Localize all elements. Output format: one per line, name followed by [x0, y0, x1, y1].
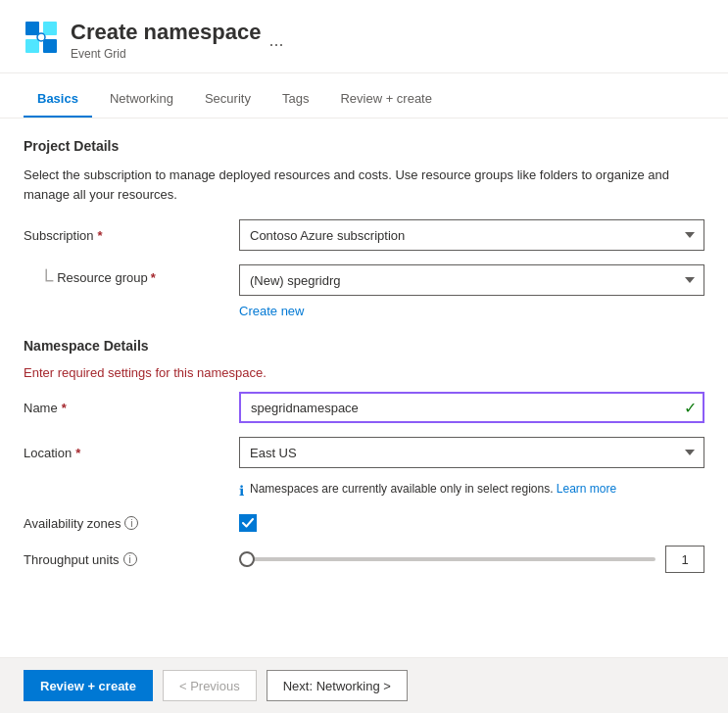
tab-review-create[interactable]: Review + create — [326, 81, 446, 118]
subscription-row: Subscription * Contoso Azure subscriptio… — [24, 219, 704, 251]
create-new-link[interactable]: Create new — [239, 304, 304, 318]
resource-group-select[interactable]: (New) spegridrg — [239, 264, 704, 296]
checkbox-check-icon — [242, 517, 254, 529]
header-text-group: Create namespace Event Grid — [71, 20, 261, 61]
tab-tags[interactable]: Tags — [268, 81, 322, 118]
name-control: ✓ — [239, 392, 704, 423]
event-grid-icon — [24, 20, 59, 55]
throughput-row: Throughput units i 1 — [24, 546, 704, 573]
rg-label-container: └ Resource group * — [24, 264, 156, 290]
subscription-control: Contoso Azure subscription — [239, 219, 704, 251]
location-row: Location * East US — [24, 437, 704, 468]
tab-networking[interactable]: Networking — [96, 81, 187, 118]
name-label: Name * — [24, 401, 239, 415]
availability-zones-checkbox-wrapper — [239, 514, 704, 532]
availability-zones-checkbox[interactable] — [239, 514, 257, 532]
location-info-text: Namespaces are currently available only … — [250, 482, 616, 496]
subscription-required: * — [98, 228, 103, 243]
rg-select-wrapper[interactable]: (New) spegridrg — [239, 264, 704, 296]
throughput-control: 1 — [239, 546, 704, 573]
svg-rect-1 — [25, 22, 39, 35]
project-details-title: Project Details — [24, 138, 704, 154]
page-subtitle: Event Grid — [71, 47, 261, 61]
location-select[interactable]: East US — [239, 437, 704, 468]
review-create-button[interactable]: Review + create — [24, 670, 153, 701]
page-title: Create namespace — [71, 20, 261, 45]
subscription-select-wrapper[interactable]: Contoso Azure subscription — [239, 219, 704, 251]
location-select-wrapper[interactable]: East US — [239, 437, 704, 468]
rg-required: * — [151, 270, 156, 285]
name-input-wrapper: ✓ — [239, 392, 704, 423]
name-input[interactable] — [239, 392, 704, 423]
main-content: Project Details Select the subscription … — [0, 119, 728, 606]
rg-indent: └ Resource group * — [24, 264, 239, 290]
info-icon: ℹ — [239, 483, 244, 499]
throughput-info-icon[interactable]: i — [123, 552, 137, 566]
svg-rect-4 — [43, 39, 57, 53]
availability-zones-label: Availability zones i — [24, 516, 239, 531]
svg-point-5 — [37, 33, 45, 41]
learn-more-link[interactable]: Learn more — [557, 482, 616, 496]
throughput-label: Throughput units i — [24, 552, 239, 567]
footer: Review + create < Previous Next: Network… — [0, 657, 728, 713]
name-required: * — [62, 401, 67, 415]
throughput-slider-wrapper: 1 — [239, 546, 704, 573]
resource-group-control: (New) spegridrg — [239, 264, 704, 296]
next-button[interactable]: Next: Networking > — [267, 670, 408, 701]
throughput-value: 1 — [665, 546, 704, 573]
location-label: Location * — [24, 446, 239, 460]
location-control: East US — [239, 437, 704, 468]
throughput-slider[interactable] — [239, 557, 655, 561]
project-details-description: Select the subscription to manage deploy… — [24, 166, 704, 204]
resource-group-row: └ Resource group * (New) spegridrg — [24, 264, 704, 296]
tab-basics[interactable]: Basics — [24, 81, 92, 118]
availability-zones-info-icon[interactable]: i — [124, 516, 138, 530]
namespace-details-title: Namespace Details — [24, 338, 704, 354]
namespace-required-text: Enter required settings for this namespa… — [24, 365, 704, 380]
resource-group-label: Resource group — [57, 270, 148, 285]
tab-security[interactable]: Security — [191, 81, 265, 118]
availability-zones-row: Availability zones i — [24, 514, 704, 532]
svg-rect-2 — [43, 22, 57, 35]
previous-button[interactable]: < Previous — [163, 670, 257, 701]
subscription-label: Subscription * — [24, 228, 239, 243]
subscription-select[interactable]: Contoso Azure subscription — [239, 219, 704, 251]
location-info-row: ℹ Namespaces are currently available onl… — [239, 482, 704, 499]
page-header: Create namespace Event Grid ... — [0, 0, 728, 73]
rg-bracket: └ — [39, 270, 53, 290]
more-options-button[interactable]: ... — [268, 30, 283, 51]
location-required: * — [75, 446, 80, 460]
tabs-nav: Basics Networking Security Tags Review +… — [0, 81, 728, 119]
availability-zones-control — [239, 514, 704, 532]
svg-rect-3 — [25, 39, 39, 53]
name-row: Name * ✓ — [24, 392, 704, 423]
create-new-container: Create new — [239, 300, 704, 318]
